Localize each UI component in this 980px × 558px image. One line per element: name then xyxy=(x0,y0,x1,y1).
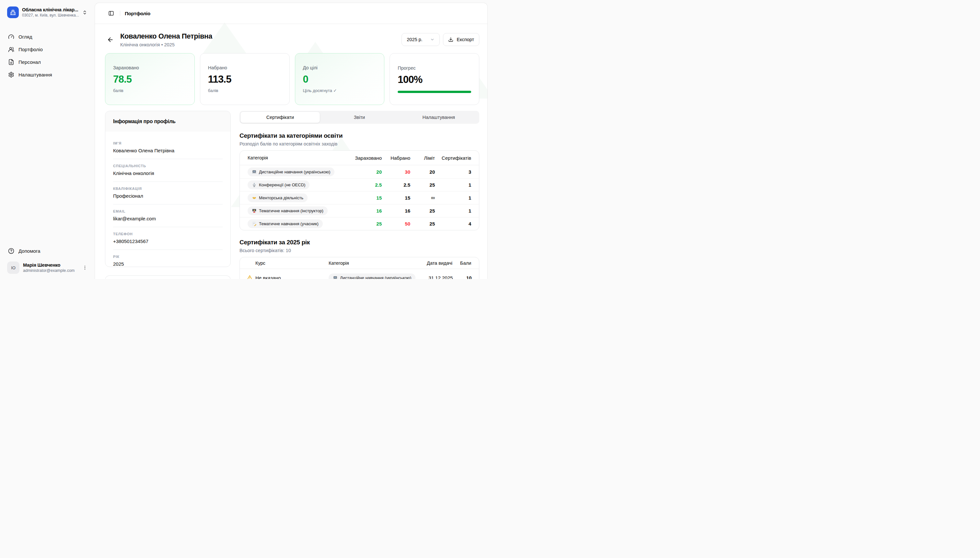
teacher-icon xyxy=(252,208,257,213)
stat-value: 0 xyxy=(303,74,377,85)
profile-field-specialty: СПЕЦІАЛЬНІСТЬ Клінічна онкологія xyxy=(113,164,223,176)
sidebar-item-help[interactable]: Допомога xyxy=(5,245,90,256)
stat-value: 78.5 xyxy=(113,74,187,85)
table-row: Конференції (не OECD) 2.5 2.5 25 1 xyxy=(240,178,479,191)
org-logo xyxy=(7,7,19,18)
app-root: Обласна клінічна лікар... 03027, м. Київ… xyxy=(0,0,490,279)
back-button[interactable] xyxy=(105,34,116,45)
export-label: Експорт xyxy=(456,37,474,42)
chevrons-up-down-icon xyxy=(82,10,87,15)
help-circle-icon xyxy=(8,248,14,254)
hospital-icon xyxy=(10,9,16,16)
org-address: 03027, м. Київ, вул. Шевченка... xyxy=(22,13,79,18)
category-pill: Тематичне навчання (інструктор) xyxy=(248,207,328,215)
stat-label: Набрано xyxy=(208,65,282,70)
divider xyxy=(113,181,223,182)
gear-icon xyxy=(8,71,14,78)
sidebar-item-label: Огляд xyxy=(18,34,32,39)
tab-reports[interactable]: Звіти xyxy=(320,112,399,123)
laptop-icon xyxy=(252,169,257,174)
stat-sub: Ціль досягнута ✓ xyxy=(303,88,377,93)
category-pill: Дистанційне навчання (українською) xyxy=(248,167,335,176)
download-icon xyxy=(448,37,453,42)
sidebar-item-label: Персонал xyxy=(18,59,41,65)
user-menu[interactable]: ІО Марія Шевченко administrator@example.… xyxy=(5,259,90,276)
categories-table: Категорія Зараховано Набрано Ліміт Серти… xyxy=(240,150,479,230)
user-name: Марія Шевченко xyxy=(23,263,79,268)
stat-value: 113.5 xyxy=(208,74,282,85)
avatar: ІО xyxy=(7,261,20,274)
year-section-subtitle: Всього сертифікатів: 10 xyxy=(240,248,479,253)
year-select-value: 2025 р. xyxy=(407,37,422,42)
doctor-subtitle: Клінічна онкологія • 2025 xyxy=(120,42,212,47)
sidebar-item-settings[interactable]: Налаштування xyxy=(5,69,90,80)
gauge-icon xyxy=(8,33,14,40)
sidebar-item-label: Портфоліо xyxy=(18,47,43,52)
divider xyxy=(113,204,223,205)
stat-card-credited: Зараховано 78.5 балів xyxy=(105,53,195,105)
handshake-icon xyxy=(252,195,257,200)
warning-icon xyxy=(244,275,255,279)
stat-label: До цілі xyxy=(303,65,377,70)
category-pill: Дистанційне навчання (українською) xyxy=(328,274,415,279)
sidebar-item-overview[interactable]: Огляд xyxy=(5,31,90,42)
memo-icon xyxy=(252,221,257,226)
category-pill: Менторська діяльність xyxy=(248,194,307,202)
page-header: Коваленко Олена Петрівна Клінічна онколо… xyxy=(105,30,479,49)
divider xyxy=(113,249,223,250)
next-card-partial xyxy=(105,276,231,279)
stat-label: Зараховано xyxy=(113,65,187,70)
year-certificates-table: Курс Категорія Дата видачі Бали xyxy=(240,257,479,279)
profile-field-phone: ТЕЛЕФОН +380501234567 xyxy=(113,232,223,244)
stat-sub: балів xyxy=(113,88,187,93)
page-title: Портфоліо xyxy=(125,11,150,16)
sidebar-item-personnel[interactable]: Персонал xyxy=(5,56,90,67)
table-header: Категорія Зараховано Набрано Ліміт Серти… xyxy=(240,151,479,165)
stat-label: Прогрес xyxy=(398,66,471,71)
sidebar-toggle-button[interactable] xyxy=(107,9,115,18)
profile-field-name: ІМ'Я Коваленко Олена Петрівна xyxy=(113,141,223,153)
categories-section-subtitle: Розподіл балів по категоріям освітніх за… xyxy=(240,141,479,146)
doctor-name-title: Коваленко Олена Петрівна xyxy=(120,32,212,41)
stat-card-to-goal: До цілі 0 Ціль досягнута ✓ xyxy=(295,53,385,105)
stat-cards: Зараховано 78.5 балів Набрано 113.5 балі… xyxy=(105,53,479,105)
year-select[interactable]: 2025 р. xyxy=(402,33,440,46)
tab-settings[interactable]: Налаштування xyxy=(399,112,478,123)
year-section-title: Сертифікати за 2025 рік xyxy=(240,239,479,246)
category-pill: Конференції (не OECD) xyxy=(248,181,310,189)
sidebar-nav: Огляд Портфоліо Персонал Налаштування xyxy=(5,31,90,80)
stat-card-progress: Прогрес 100% xyxy=(389,53,479,105)
chevron-down-icon xyxy=(430,37,435,42)
table-row: Тематичне навчання (інструктор) 16 16 25… xyxy=(240,204,479,217)
arrow-left-icon xyxy=(107,36,114,43)
profile-field-year: РІК 2025 xyxy=(113,255,223,267)
table-row: Тематичне навчання (учасник) 25 50 25 4 xyxy=(240,217,479,230)
org-switcher[interactable]: Обласна клінічна лікар... 03027, м. Київ… xyxy=(5,5,90,20)
category-pill: Тематичне навчання (учасник) xyxy=(248,219,323,228)
tab-certificates[interactable]: Сертифікати xyxy=(240,112,320,123)
progress-bar-fill xyxy=(398,91,471,93)
sidebar-item-portfolio[interactable]: Портфоліо xyxy=(5,44,90,55)
file-text-icon xyxy=(8,59,14,65)
export-button[interactable]: Експорт xyxy=(443,33,479,46)
table-row: Менторська діяльність 15 15 ∞ 1 xyxy=(240,191,479,204)
panel-left-icon xyxy=(108,10,114,16)
divider xyxy=(113,227,223,227)
profile-card-title: Інформація про профіль xyxy=(105,111,230,131)
users-icon xyxy=(8,46,14,53)
profile-field-email: EMAIL likar@example.com xyxy=(113,209,223,221)
table-row: Дистанційне навчання (українською) 20 30… xyxy=(240,165,479,178)
stat-value: 100% xyxy=(398,74,471,85)
table-row: Не вказано Дистанційне навчання (українс… xyxy=(240,269,479,279)
sidebar-item-label: Допомога xyxy=(18,248,40,254)
tabs: Сертифікати Звіти Налаштування xyxy=(240,111,479,124)
categories-section-title: Сертифікати за категоріями освіти xyxy=(240,132,479,140)
divider xyxy=(120,11,120,16)
stat-card-earned: Набрано 113.5 балів xyxy=(200,53,290,105)
divider xyxy=(113,159,223,159)
profile-field-qualification: КВАЛІФІКАЦІЯ Професіонал xyxy=(113,187,223,199)
ellipsis-vertical-icon xyxy=(82,265,87,270)
table-header: Курс Категорія Дата видачі Бали xyxy=(240,257,479,269)
user-email: administrator@example.com xyxy=(23,268,79,273)
sidebar-item-label: Налаштування xyxy=(18,72,52,77)
